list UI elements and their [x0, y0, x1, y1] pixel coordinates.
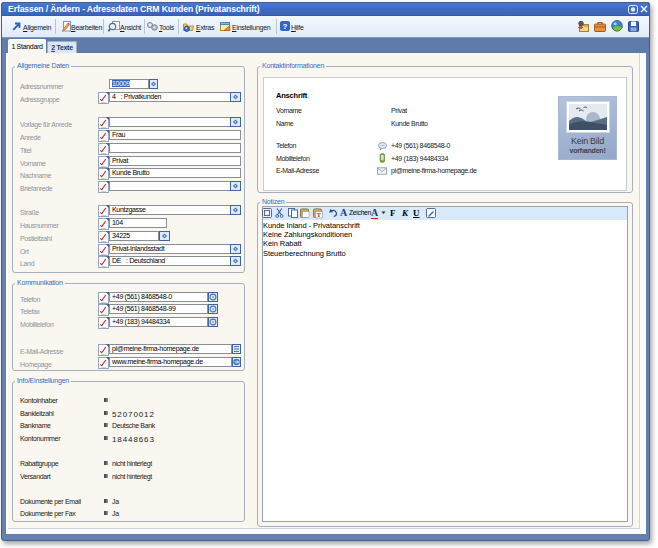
svg-text:?: ?	[283, 22, 288, 31]
svg-text:T: T	[316, 211, 321, 219]
